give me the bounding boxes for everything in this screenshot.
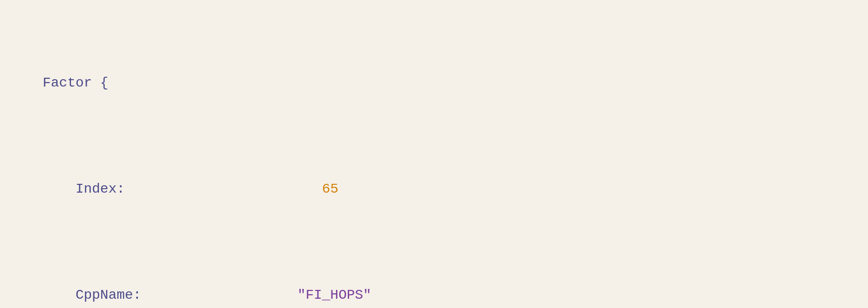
indent [43,287,75,303]
cppname-label: CppName: [75,287,141,303]
index-value: 65 [322,181,339,197]
cppname-spacer [141,287,297,303]
code-display: Factor { Index: 65 CppName: "FI_HOPS" Na… [10,9,858,308]
index-spacer [125,181,322,197]
factor-keyword: Factor [43,75,92,90]
open-brace: { [92,75,109,90]
indent [43,181,75,197]
index-label: Index: [75,181,125,197]
cppname-value: "FI_HOPS" [297,287,371,303]
